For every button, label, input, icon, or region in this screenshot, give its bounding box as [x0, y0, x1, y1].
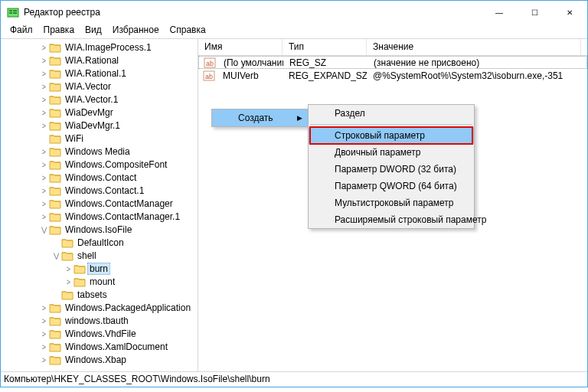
folder-icon — [61, 250, 74, 261]
chevron-right-icon[interactable]: > — [39, 185, 49, 195]
tree-item[interactable]: DefaultIcon — [2, 236, 198, 249]
tree-item[interactable]: >Windows.Xbap — [2, 353, 198, 366]
chevron-right-icon[interactable]: > — [39, 328, 49, 338]
context-submenu: РазделСтроковый параметрДвоичный парамет… — [308, 104, 475, 229]
tree-item[interactable]: >WIA.ImageProcess.1 — [2, 41, 198, 54]
tree-item[interactable]: >WiaDevMgr.1 — [2, 119, 198, 132]
menu-favorites[interactable]: Избранное — [108, 24, 164, 38]
tree-item-label: WiFi — [63, 133, 86, 144]
menu-view[interactable]: Вид — [80, 24, 106, 38]
tree-item-label: shell — [75, 250, 99, 261]
tree-item[interactable]: >Windows Media — [2, 145, 198, 158]
tree-item[interactable]: >WIA.Vector.1 — [2, 93, 198, 106]
tree-item[interactable]: >mount — [2, 275, 198, 288]
tree-item[interactable]: ⋁Windows.IsoFile — [2, 223, 198, 236]
folder-icon — [49, 198, 61, 209]
value-row[interactable]: ab(По умолчанию)REG_SZ(значение не присв… — [198, 56, 587, 69]
cell-name: (По умолчанию) — [217, 57, 283, 68]
chevron-down-icon[interactable]: ⋁ — [51, 252, 61, 260]
submenu-item[interactable]: Расширяемый строковый параметр — [309, 211, 474, 228]
chevron-right-icon[interactable]: > — [64, 263, 74, 273]
tree-item[interactable]: >Windows.CompositeFont — [2, 158, 198, 171]
svg-rect-2 — [9, 12, 12, 14]
folder-icon — [61, 237, 74, 248]
submenu-item[interactable]: Строковый параметр — [309, 127, 474, 144]
tree-item[interactable]: tabsets — [2, 288, 198, 301]
tree-item[interactable]: WiFi — [2, 132, 198, 145]
col-name[interactable]: Имя — [198, 39, 283, 55]
tree-item[interactable]: >Windows.Contact.1 — [2, 184, 198, 197]
submenu-item-label: Расширяемый строковый параметр — [335, 214, 486, 225]
tree-item[interactable]: >Windows.VhdFile — [2, 327, 198, 340]
tree-item[interactable]: >Windows.XamlDocument — [2, 340, 198, 353]
tree-item[interactable]: >WIA.Rational.1 — [2, 67, 198, 80]
menu-edit[interactable]: Правка — [39, 24, 80, 38]
chevron-right-icon[interactable]: > — [39, 315, 49, 325]
chevron-right-icon[interactable]: > — [39, 172, 49, 182]
minimize-button[interactable]: — — [482, 1, 517, 24]
tree-item[interactable]: >WiaDevMgr — [2, 106, 198, 119]
maximize-button[interactable]: ☐ — [517, 1, 552, 24]
folder-icon — [49, 211, 61, 222]
tree-item[interactable]: >Windows.PackagedApplication — [2, 301, 198, 314]
menu-help[interactable]: Справка — [165, 24, 211, 38]
tree-item-label: WiaDevMgr.1 — [63, 120, 122, 131]
col-type[interactable]: Тип — [283, 39, 367, 55]
tree-item-label: Windows.CompositeFont — [63, 159, 169, 170]
cell-type: REG_EXPAND_SZ — [283, 70, 367, 81]
chevron-right-icon[interactable]: > — [64, 276, 74, 286]
chevron-right-icon[interactable]: > — [39, 42, 49, 52]
menu-file[interactable]: Файл — [5, 24, 38, 38]
folder-icon — [49, 146, 61, 157]
folder-icon — [49, 302, 61, 313]
list-pane[interactable]: Имя Тип Значение ab(По умолчанию)REG_SZ(… — [198, 39, 587, 371]
chevron-right-icon[interactable]: > — [39, 107, 49, 117]
submenu-item[interactable]: Двоичный параметр — [309, 144, 474, 161]
chevron-right-icon[interactable]: > — [39, 341, 49, 351]
submenu-item[interactable]: Параметр DWORD (32 бита) — [309, 161, 474, 178]
chevron-right-icon[interactable]: > — [39, 55, 49, 65]
tree-item-label: Windows.Contact.1 — [63, 185, 146, 196]
svg-text:ab: ab — [205, 73, 213, 80]
menu-create[interactable]: Создать ▶ — [212, 109, 309, 126]
chevron-down-icon[interactable]: ⋁ — [39, 226, 49, 234]
folder-icon — [49, 120, 61, 131]
chevron-right-icon[interactable]: > — [39, 302, 49, 312]
folder-icon — [49, 94, 61, 105]
chevron-right-icon[interactable]: > — [39, 211, 49, 221]
tree-item[interactable]: >burn — [2, 262, 198, 275]
chevron-right-icon[interactable]: > — [39, 68, 49, 78]
tree-item[interactable]: >Windows.Contact — [2, 171, 198, 184]
menu-separator — [310, 124, 472, 125]
submenu-item[interactable]: Параметр QWORD (64 бита) — [309, 178, 474, 194]
submenu-item[interactable]: Мультистроковый параметр — [309, 194, 474, 211]
folder-icon — [74, 263, 86, 274]
col-value[interactable]: Значение — [367, 39, 581, 55]
tree-item-label: Windows.ContactManager.1 — [63, 211, 182, 222]
submenu-arrow-icon: ▶ — [297, 114, 302, 122]
value-row[interactable]: abMUIVerbREG_EXPAND_SZ@%SystemRoot%\Syst… — [198, 69, 587, 82]
tree-item[interactable]: ⋁shell — [2, 249, 198, 262]
titlebar[interactable]: Редактор реестра — ☐ ✕ — [1, 1, 587, 24]
chevron-right-icon[interactable]: > — [39, 94, 49, 104]
close-button[interactable]: ✕ — [552, 1, 587, 24]
tree-item[interactable]: >WIA.Rational — [2, 54, 198, 67]
chevron-right-icon[interactable]: > — [39, 159, 49, 169]
window-title: Редактор реестра — [24, 7, 100, 18]
chevron-right-icon[interactable]: > — [39, 198, 49, 208]
folder-icon — [49, 159, 61, 170]
tree-item[interactable]: >WIA.Vector — [2, 80, 198, 93]
chevron-right-icon[interactable]: > — [39, 120, 49, 130]
cell-value: (значение не присвоено) — [368, 57, 582, 68]
chevron-right-icon[interactable]: > — [39, 146, 49, 156]
chevron-right-icon[interactable]: > — [39, 354, 49, 364]
submenu-item[interactable]: Раздел — [309, 105, 474, 122]
string-value-icon: ab — [204, 57, 216, 69]
chevron-right-icon[interactable]: > — [39, 81, 49, 91]
tree-item[interactable]: >windows.tbauth — [2, 314, 198, 327]
tree-item[interactable]: >Windows.ContactManager — [2, 197, 198, 210]
folder-icon — [49, 354, 61, 365]
tree-item[interactable]: >Windows.ContactManager.1 — [2, 210, 198, 223]
tree-pane[interactable]: >WIA.ImageProcess.1>WIA.Rational>WIA.Rat… — [1, 39, 198, 371]
cell-value: @%SystemRoot%\System32\isoburn.exe,-351 — [367, 70, 581, 81]
